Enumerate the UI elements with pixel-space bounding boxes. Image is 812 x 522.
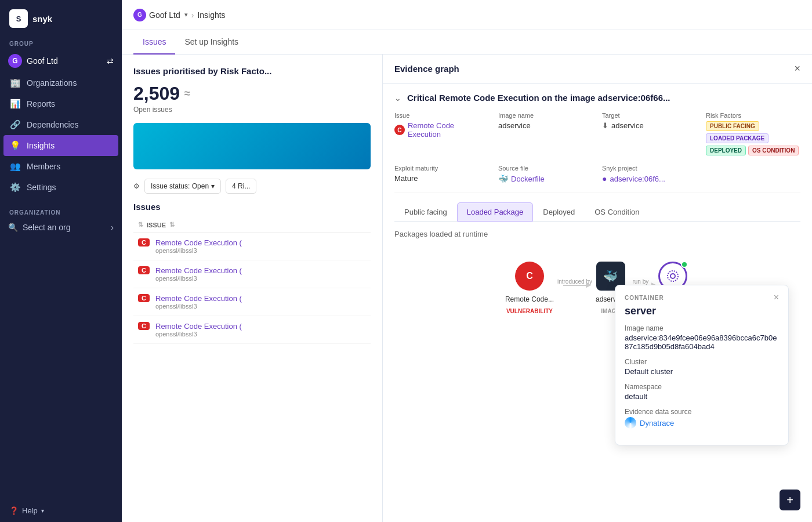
risk-badge-loaded: LOADED PACKAGE bbox=[706, 133, 768, 143]
tab-public-facing[interactable]: Public facing bbox=[394, 202, 457, 222]
sidebar-item-label: Reports bbox=[27, 99, 55, 108]
meta-image-name: Image name adservice bbox=[498, 112, 593, 155]
sidebar-item-organizations[interactable]: 🏢 Organizations bbox=[0, 72, 122, 93]
vuln-node-sublabel: VULNERABILITY bbox=[506, 308, 553, 314]
help-label: Help bbox=[22, 506, 38, 515]
meta-snyk-project: Snyk project ● adservice:06f6... bbox=[602, 165, 697, 183]
issue-link[interactable]: Remote Code Execution bbox=[408, 121, 489, 139]
meta-exploit: Exploit maturity Mature bbox=[394, 165, 489, 183]
dynatrace-row: Dynatrace bbox=[625, 417, 779, 429]
issues-chart bbox=[133, 123, 371, 169]
issue-pkg: openssl/libssl3 bbox=[155, 247, 242, 254]
meta-issue-label: Issue bbox=[394, 112, 489, 119]
snyk-project-icon: ● bbox=[602, 174, 607, 183]
page-body: Issues prioritised by Risk Facto... 2,50… bbox=[122, 55, 812, 522]
collapse-button[interactable]: ⌄ bbox=[394, 93, 401, 103]
sidebar-item-members[interactable]: 👥 Members bbox=[0, 156, 122, 177]
graph-arrow-1: introduced by bbox=[554, 276, 596, 286]
meta-snyk-label: Snyk project bbox=[602, 165, 697, 172]
logo-name: snyk bbox=[32, 14, 52, 24]
filter-row: ⚙ Issue status: Open ▾ 4 Ri... bbox=[133, 179, 371, 194]
svg-point-1 bbox=[668, 271, 678, 281]
vuln-node-icon: C bbox=[515, 262, 544, 291]
breadcrumb-dropdown-button[interactable]: ▾ bbox=[184, 11, 188, 19]
members-icon: 👥 bbox=[9, 161, 21, 172]
table-row[interactable]: C Remote Code Execution ( openssl/libssl… bbox=[133, 316, 371, 344]
vuln-node-label: Remote Code... bbox=[505, 295, 554, 303]
popup-row-evidence: Evidence data source Dynatrace bbox=[625, 408, 779, 429]
sidebar-item-settings[interactable]: ⚙️ Settings bbox=[0, 177, 122, 198]
group-header[interactable]: G Goof Ltd ⇄ bbox=[0, 49, 122, 72]
popup-row-namespace: Namespace default bbox=[625, 383, 779, 401]
chevron-down-icon: ▾ bbox=[211, 182, 215, 190]
table-row[interactable]: C Remote Code Execution ( openssl/libssl… bbox=[133, 260, 371, 288]
sidebar-item-reports[interactable]: 📊 Reports bbox=[0, 93, 122, 114]
group-avatar: G bbox=[8, 54, 22, 68]
main-tabs-bar: Issues Set up Insights bbox=[122, 30, 812, 55]
popup-evidence-label: Evidence data source bbox=[625, 408, 779, 416]
help-button[interactable]: ❓ Help ▾ bbox=[9, 506, 113, 515]
container-svg-icon bbox=[666, 269, 680, 283]
org-select[interactable]: 🔍 Select an org › bbox=[0, 218, 122, 237]
issues-subtitle: Open issues bbox=[133, 106, 371, 114]
dependencies-icon: 🔗 bbox=[9, 119, 21, 130]
popup-cluster-value: Default cluster bbox=[625, 367, 779, 376]
table-row[interactable]: C Remote Code Execution ( openssl/libssl… bbox=[133, 288, 371, 316]
evidence-title: Evidence graph bbox=[394, 64, 459, 74]
dynatrace-link[interactable]: Dynatrace bbox=[640, 419, 674, 427]
issue-title[interactable]: Remote Code Execution ( bbox=[155, 294, 242, 303]
target-icon: ⬇ bbox=[602, 121, 608, 130]
meta-target: Target ⬇ adservice bbox=[602, 112, 697, 155]
meta-source-file: Source file 🐳 Dockerfile bbox=[498, 165, 593, 183]
severity-badge: C bbox=[138, 266, 150, 274]
sidebar-item-label: Insights bbox=[27, 141, 55, 150]
sidebar-item-label: Members bbox=[27, 162, 60, 171]
meta-target-value: adservice bbox=[611, 121, 644, 130]
issue-title[interactable]: Remote Code Execution ( bbox=[155, 238, 242, 247]
meta-exploit-label: Exploit maturity bbox=[394, 165, 489, 172]
sidebar-item-label: Settings bbox=[27, 183, 56, 192]
tab-setup[interactable]: Set up Insights bbox=[175, 30, 248, 55]
sidebar-item-label: Organizations bbox=[27, 78, 77, 88]
tab-deployed[interactable]: Deployed bbox=[533, 202, 585, 222]
issues-panel: Issues prioritised by Risk Facto... 2,50… bbox=[122, 55, 383, 522]
tab-os-condition[interactable]: OS Condition bbox=[585, 202, 649, 222]
popup-header: CONTAINER × bbox=[615, 285, 788, 303]
popup-name: server bbox=[615, 303, 788, 324]
breadcrumb-separator: › bbox=[191, 10, 194, 20]
issue-title[interactable]: Remote Code Execution ( bbox=[155, 266, 242, 275]
tab-issues[interactable]: Issues bbox=[133, 30, 175, 55]
popup-type: CONTAINER bbox=[625, 295, 664, 301]
help-icon: ❓ bbox=[9, 506, 19, 515]
popup-close-button[interactable]: × bbox=[774, 292, 779, 303]
container-status-dot bbox=[681, 261, 688, 268]
add-button[interactable]: + bbox=[780, 490, 800, 510]
issues-panel-title: Issues prioritised by Risk Facto... bbox=[133, 66, 371, 76]
breadcrumb-org[interactable]: G Goof Ltd ▾ bbox=[133, 9, 188, 21]
meta-exploit-value: Mature bbox=[394, 174, 489, 183]
evidence-issue-title: ⌄ Critical Remote Code Execution on the … bbox=[394, 93, 800, 103]
popup-row-cluster: Cluster Default cluster bbox=[625, 358, 779, 376]
issues-list-title: Issues bbox=[133, 202, 371, 212]
breadcrumb-org-name: Goof Ltd bbox=[149, 10, 180, 20]
snyk-project-link[interactable]: adservice:06f6... bbox=[610, 175, 665, 183]
chevron-right-icon: › bbox=[111, 223, 114, 232]
meta-target-label: Target bbox=[602, 112, 697, 119]
severity-badge: C bbox=[138, 322, 150, 330]
source-file-link[interactable]: Dockerfile bbox=[511, 175, 545, 183]
issue-pkg: openssl/libssl3 bbox=[155, 331, 242, 338]
risk-filter-button[interactable]: 4 Ri... bbox=[226, 179, 256, 194]
issue-title[interactable]: Remote Code Execution ( bbox=[155, 322, 242, 331]
main-content: G Goof Ltd ▾ › Insights Issues Set up In… bbox=[122, 0, 812, 522]
org-section-label: ORGANIZATION bbox=[0, 205, 122, 218]
evidence-close-button[interactable]: × bbox=[794, 63, 800, 75]
container-popup: CONTAINER × server Image name adservice:… bbox=[615, 285, 789, 445]
sidebar-item-insights[interactable]: 💡 Insights bbox=[3, 135, 118, 156]
sidebar-item-dependencies[interactable]: 🔗 Dependencies bbox=[0, 114, 122, 135]
evidence-tabs: Public facing Loaded Package Deployed OS… bbox=[394, 202, 800, 222]
popup-cluster-label: Cluster bbox=[625, 358, 779, 366]
table-row[interactable]: C Remote Code Execution ( openssl/libssl… bbox=[133, 233, 371, 260]
graph-node-vuln[interactable]: C Remote Code... VULNERABILITY bbox=[505, 262, 554, 314]
tab-loaded-package[interactable]: Loaded Package bbox=[457, 202, 534, 222]
status-filter-button[interactable]: Issue status: Open ▾ bbox=[144, 179, 221, 194]
